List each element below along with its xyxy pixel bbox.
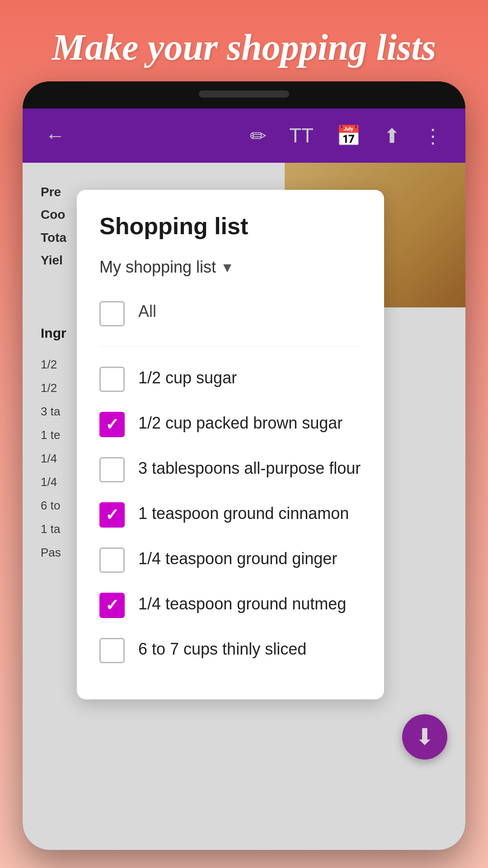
- phone-frame: ← ✏ TT 📅 ⬆ ⋮ Pre Coo Tota Yiel Ingr 1/2 …: [23, 81, 465, 850]
- checkbox-item-brown-sugar: ✓ 1/2 cup packed brown sugar: [99, 410, 361, 437]
- checkbox-item-cinnamon: ✓ 1 teaspoon ground cinnamon: [99, 500, 361, 528]
- edit-button[interactable]: ✏: [245, 120, 271, 152]
- list-selector-text: My shopping list: [99, 258, 216, 277]
- checkbox-item-flour: 3 tablespoons all-purpose flour: [99, 455, 361, 482]
- label-nutmeg: 1/4 teaspoon ground nutmeg: [138, 591, 346, 615]
- checkbox-cinnamon[interactable]: ✓: [99, 502, 125, 528]
- all-label: All: [138, 299, 156, 321]
- checkmark-nutmeg: ✓: [105, 597, 119, 613]
- divider: [99, 346, 361, 347]
- checkbox-flour[interactable]: [99, 457, 125, 482]
- calendar-button[interactable]: 📅: [332, 119, 366, 152]
- label-brown-sugar: 1/2 cup packed brown sugar: [138, 410, 343, 434]
- list-selector-dropdown[interactable]: My shopping list ▾: [99, 258, 361, 277]
- text-size-button[interactable]: TT: [285, 120, 318, 151]
- app-toolbar: ← ✏ TT 📅 ⬆ ⋮: [23, 108, 465, 163]
- checkmark-cinnamon: ✓: [105, 507, 119, 523]
- checkbox-nutmeg[interactable]: ✓: [99, 593, 125, 618]
- more-button[interactable]: ⋮: [418, 120, 447, 152]
- label-ginger: 1/4 teaspoon ground ginger: [138, 546, 337, 570]
- checkbox-sugar[interactable]: [99, 367, 125, 392]
- checkbox-item-nutmeg: ✓ 1/4 teaspoon ground nutmeg: [99, 591, 361, 618]
- share-button[interactable]: ⬆: [379, 120, 405, 152]
- checkbox-item-sugar: 1/2 cup sugar: [99, 365, 361, 392]
- checkmark-brown-sugar: ✓: [105, 416, 119, 433]
- app-header: Make your shopping lists: [0, 0, 488, 90]
- label-flour: 3 tablespoons all-purpose flour: [138, 455, 361, 479]
- checkbox-item-apples: 6 to 7 cups thinly sliced: [99, 636, 361, 663]
- app-title: Make your shopping lists: [36, 27, 452, 68]
- shopping-list-modal: Shopping list My shopping list ▾ All 1/2…: [77, 190, 384, 699]
- checkbox-item-all: All: [99, 299, 361, 326]
- modal-title: Shopping list: [99, 212, 361, 240]
- label-cinnamon: 1 teaspoon ground cinnamon: [138, 500, 349, 524]
- label-apples: 6 to 7 cups thinly sliced: [138, 636, 306, 660]
- modal-overlay: Shopping list My shopping list ▾ All 1/2…: [23, 163, 465, 850]
- checkbox-apples[interactable]: [99, 638, 125, 663]
- label-sugar: 1/2 cup sugar: [138, 365, 237, 389]
- checkbox-ginger[interactable]: [99, 547, 125, 573]
- phone-notch: [199, 90, 289, 98]
- checkbox-all[interactable]: [99, 301, 125, 326]
- dropdown-arrow-icon: ▾: [223, 258, 231, 277]
- checkbox-item-ginger: 1/4 teaspoon ground ginger: [99, 546, 361, 573]
- checkbox-brown-sugar[interactable]: ✓: [99, 412, 125, 437]
- back-button[interactable]: ←: [41, 120, 70, 151]
